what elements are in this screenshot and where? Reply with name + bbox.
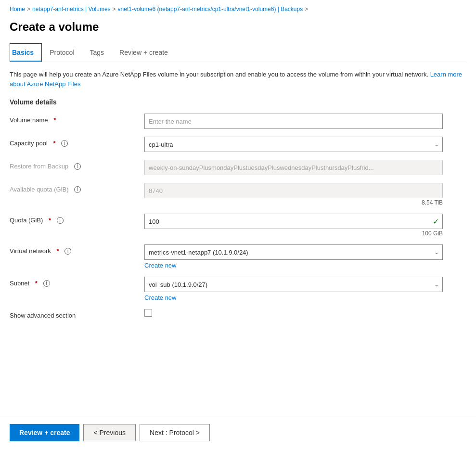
quota-input[interactable] [144,214,443,229]
volume-name-control [144,114,443,129]
restore-backup-control [144,160,443,175]
subnet-select-wrapper: vol_sub (10.1.9.0/27) ⌄ [144,277,443,292]
breadcrumb-home[interactable]: Home [10,6,25,13]
show-advanced-control [144,309,443,317]
section-title: Volume details [10,98,466,106]
virtual-network-info-icon[interactable]: i [64,248,71,255]
quota-check-icon: ✓ [433,217,439,226]
quota-label: Quota (GiB) * i [10,214,144,224]
virtual-network-row: Virtual network * i metrics-vnet1-netapp… [10,244,466,269]
quota-info-icon[interactable]: i [57,217,64,224]
capacity-pool-select-wrapper: cp1-ultra ⌄ [144,137,443,152]
breadcrumb-sep-3: > [305,6,308,13]
subnet-label: Subnet * i [10,277,144,287]
virtual-network-label: Virtual network * i [10,244,144,255]
quota-input-wrapper: ✓ [144,214,443,229]
description-text: This page will help you create an Azure … [10,70,466,89]
show-advanced-checkbox[interactable] [144,309,152,317]
tab-basics[interactable]: Basics [10,43,42,62]
tab-tags[interactable]: Tags [82,43,112,62]
volume-name-input[interactable] [144,114,443,129]
show-advanced-checkbox-wrapper [144,309,443,317]
virtual-network-select[interactable]: metrics-vnet1-netapp7 (10.1.9.0/24) [144,244,443,260]
subnet-required: * [35,280,38,287]
subnet-control: vol_sub (10.1.9.0/27) ⌄ Create new [144,277,443,301]
virtual-network-required: * [56,247,59,255]
capacity-pool-label: Capacity pool * i [10,137,144,147]
capacity-pool-info-icon[interactable]: i [61,140,68,147]
available-quota-control: 8.54 TiB [144,183,443,206]
show-advanced-label: Show advanced section [10,309,144,319]
virtual-network-control: metrics-vnet1-netapp7 (10.1.9.0/24) ⌄ Cr… [144,244,443,269]
subnet-create-new-link[interactable]: Create new [144,294,443,301]
available-quota-label: Available quota (GiB) i [10,183,144,193]
virtual-network-create-new-link[interactable]: Create new [144,262,443,269]
tab-review-create[interactable]: Review + create [112,43,176,62]
tab-protocol[interactable]: Protocol [42,43,82,62]
available-quota-row: Available quota (GiB) i 8.54 TiB [10,183,466,206]
restore-backup-input [144,160,443,175]
breadcrumb: Home > netapp7-anf-metrics | Volumes > v… [0,0,476,16]
subnet-select[interactable]: vol_sub (10.1.9.0/27) [144,277,443,292]
tab-bar: Basics Protocol Tags Review + create [10,43,466,62]
quota-hint: 100 GiB [144,230,443,237]
breadcrumb-sep-1: > [27,6,30,13]
available-quota-hint: 8.54 TiB [144,199,443,206]
available-quota-info-icon[interactable]: i [74,186,81,193]
page-title: Create a volume [0,16,476,43]
show-advanced-row: Show advanced section [10,309,466,324]
breadcrumb-volumes[interactable]: netapp7-anf-metrics | Volumes [32,6,111,13]
capacity-pool-control: cp1-ultra ⌄ [144,137,443,152]
restore-backup-label: Restore from Backup i [10,160,144,170]
restore-backup-info-icon[interactable]: i [74,163,81,170]
volume-name-label: Volume name * [10,114,144,124]
capacity-pool-row: Capacity pool * i cp1-ultra ⌄ [10,137,466,152]
breadcrumb-backups[interactable]: vnet1-volume6 (netapp7-anf-metrics/cp1-u… [118,6,303,13]
restore-backup-row: Restore from Backup i [10,160,466,175]
quota-required: * [49,217,51,224]
virtual-network-select-wrapper: metrics-vnet1-netapp7 (10.1.9.0/24) ⌄ [144,244,443,260]
volume-name-row: Volume name * [10,114,466,129]
subnet-row: Subnet * i vol_sub (10.1.9.0/27) ⌄ Creat… [10,277,466,301]
capacity-pool-select[interactable]: cp1-ultra [144,137,443,152]
quota-control: ✓ 100 GiB [144,214,443,237]
volume-name-required: * [53,116,56,124]
subnet-info-icon[interactable]: i [43,280,50,287]
available-quota-input [144,183,443,198]
quota-row: Quota (GiB) * i ✓ 100 GiB [10,214,466,237]
capacity-pool-required: * [53,140,55,147]
breadcrumb-sep-2: > [113,6,116,13]
